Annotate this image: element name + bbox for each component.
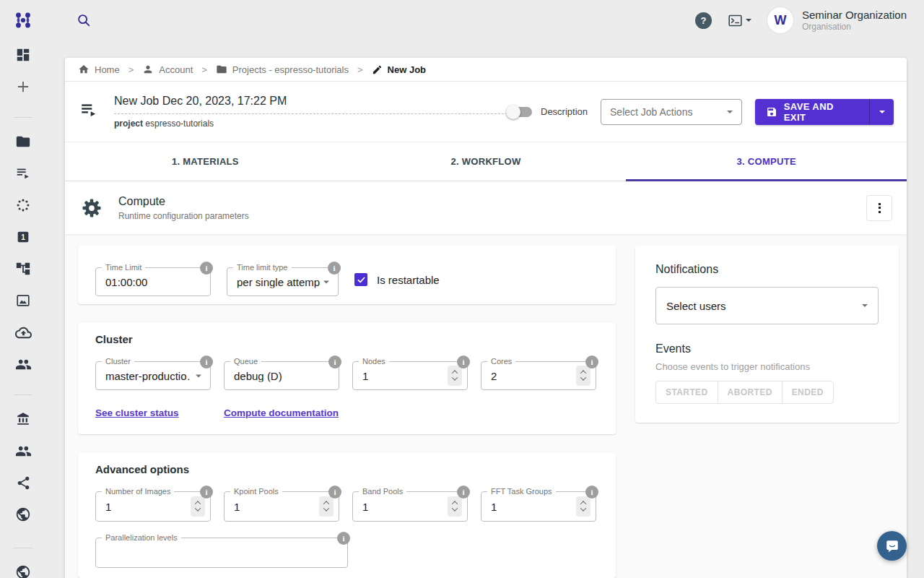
breadcrumb-home[interactable]: Home <box>78 64 120 75</box>
save-and-exit-button[interactable]: SAVE AND EXIT <box>755 99 894 125</box>
number-of-images-stepper[interactable]: Number of Images 1 <box>95 491 211 522</box>
breadcrumb-separator: > <box>356 64 365 75</box>
cluster-status-link[interactable]: See cluster status <box>95 407 224 418</box>
is-restartable-checkbox[interactable]: Is restartable <box>354 273 440 286</box>
info-icon[interactable] <box>200 486 213 499</box>
breadcrumb-separator: > <box>127 64 136 75</box>
gear-icon <box>81 197 103 219</box>
cloud-upload-icon[interactable] <box>14 324 32 341</box>
notifications-panel: Notifications Select users Events Choose… <box>635 246 899 423</box>
breadcrumb-projects[interactable]: Projects - espresso-tutorials <box>216 64 349 75</box>
nodes-stepper[interactable]: Nodes 1 <box>352 361 468 390</box>
band-pools-stepper[interactable]: Band Pools 1 <box>352 491 468 522</box>
info-icon[interactable] <box>337 532 350 545</box>
number-spinner[interactable] <box>576 496 590 517</box>
job-project: project espresso-tutorials <box>114 118 507 129</box>
save-icon <box>766 106 777 118</box>
breadcrumb-account[interactable]: Account <box>142 64 193 75</box>
event-started-button[interactable]: STARTED <box>656 381 718 403</box>
tab-materials[interactable]: 1. MATERIALS <box>65 142 346 181</box>
info-icon[interactable] <box>200 262 213 275</box>
globe-icon[interactable] <box>14 506 32 523</box>
info-icon[interactable] <box>585 355 598 368</box>
description-toggle-label: Description <box>541 106 588 117</box>
cluster-select[interactable]: Cluster master-productio… <box>95 361 211 390</box>
avatar: W <box>767 7 793 33</box>
description-toggle[interactable] <box>507 107 532 117</box>
number-spinner[interactable] <box>319 496 334 517</box>
compute-section-header: Compute Runtime configuration parameters <box>65 181 907 234</box>
number-spinner[interactable] <box>191 496 205 517</box>
projects-folder-icon[interactable] <box>14 133 32 150</box>
job-type-icon <box>79 100 98 122</box>
add-icon[interactable] <box>14 78 32 95</box>
kebab-icon <box>879 203 881 205</box>
queue-field[interactable]: Queue debug (D) <box>224 361 339 390</box>
kpoint-pools-stepper[interactable]: Kpoint Pools 1 <box>224 491 339 522</box>
info-icon[interactable] <box>328 355 341 368</box>
app-logo-icon[interactable] <box>0 10 46 30</box>
org-type: Organisation <box>802 22 907 33</box>
select-users-dropdown[interactable]: Select users <box>655 287 879 324</box>
cores-stepper[interactable]: Cores 2 <box>481 361 596 390</box>
event-aborted-button[interactable]: ABORTED <box>718 381 782 403</box>
event-ended-button[interactable]: ENDED <box>782 381 833 403</box>
bank-one-icon[interactable]: 1 <box>14 228 32 246</box>
notifications-heading: Notifications <box>655 263 879 276</box>
chevron-down-icon <box>323 280 329 283</box>
results-image-icon[interactable] <box>14 292 32 309</box>
share-icon[interactable] <box>14 474 32 491</box>
topbar: W Seminar Organization Organisation <box>0 0 924 40</box>
team-icon[interactable] <box>14 355 32 373</box>
pencil-icon <box>372 64 383 75</box>
compute-content: Time Limit 01:00:00 Time limit type per … <box>65 234 907 578</box>
number-spinner[interactable] <box>448 366 462 386</box>
sidebar-divider <box>14 394 32 395</box>
parallelization-levels-field[interactable]: Parallelization levels <box>95 538 348 568</box>
runtime-panel: Time Limit 01:00:00 Time limit type per … <box>78 246 616 304</box>
job-title-input[interactable]: New Job Dec 20, 2023, 17:22 PM <box>114 95 507 114</box>
compute-docs-link[interactable]: Compute documentation <box>224 407 339 418</box>
save-dropdown-button[interactable] <box>869 99 894 125</box>
tab-workflow[interactable]: 2. WORKFLOW <box>346 142 627 181</box>
home-icon <box>78 64 90 75</box>
chat-widget-button[interactable] <box>877 531 907 561</box>
section-menu-button[interactable] <box>866 195 892 221</box>
fft-task-groups-stepper[interactable]: FFT Task Groups 1 <box>481 491 596 522</box>
folder-icon <box>216 64 227 75</box>
info-icon[interactable] <box>585 486 598 499</box>
account-menu[interactable]: W Seminar Organization Organisation <box>767 7 907 33</box>
info-icon[interactable] <box>328 262 341 275</box>
console-menu-button[interactable] <box>728 13 751 28</box>
svg-text:1: 1 <box>21 233 25 241</box>
workflows-icon[interactable] <box>14 260 32 277</box>
step-tabs: 1. MATERIALS 2. WORKFLOW 3. COMPUTE <box>65 142 907 181</box>
section-subtitle: Runtime configuration parameters <box>118 211 249 221</box>
dashboard-icon[interactable] <box>14 46 32 64</box>
main-card: Home > Account > Projects - espresso-tut… <box>65 58 907 578</box>
job-actions-select[interactable]: Select Job Actions <box>601 99 742 125</box>
chevron-down-icon <box>727 111 733 113</box>
help-icon[interactable] <box>695 12 712 29</box>
info-icon[interactable] <box>328 486 341 499</box>
info-icon[interactable] <box>457 355 470 368</box>
jobs-icon[interactable] <box>14 165 32 182</box>
search-icon[interactable] <box>72 9 95 32</box>
section-title: Compute <box>118 194 249 209</box>
time-limit-field[interactable]: Time Limit 01:00:00 <box>95 267 211 296</box>
cluster-heading: Cluster <box>95 333 598 345</box>
organization-bank-icon[interactable] <box>14 410 32 428</box>
people-icon[interactable] <box>14 442 32 460</box>
number-spinner[interactable] <box>576 366 590 386</box>
chevron-down-icon <box>746 19 751 22</box>
materials-icon[interactable] <box>14 197 32 214</box>
globe-partial-icon[interactable] <box>14 564 32 578</box>
breadcrumb-new-job[interactable]: New Job <box>372 64 426 75</box>
time-limit-type-select[interactable]: Time limit type per single attempt <box>227 267 339 296</box>
tab-compute[interactable]: 3. COMPUTE <box>626 142 907 181</box>
info-icon[interactable] <box>457 486 470 499</box>
number-spinner[interactable] <box>448 496 462 517</box>
chat-bubble-icon <box>884 538 900 554</box>
info-icon[interactable] <box>200 355 213 368</box>
sidebar: 1 <box>0 40 46 578</box>
